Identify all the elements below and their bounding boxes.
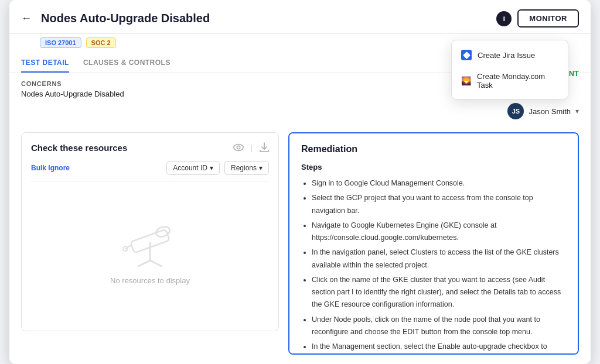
regions-filter[interactable]: Regions ▾ xyxy=(224,161,269,175)
tab-clauses-controls[interactable]: CLAUSES & CONTROLS xyxy=(83,54,171,73)
steps-label: Steps xyxy=(301,163,566,171)
remediation-title: Remediation xyxy=(301,144,566,154)
step-5: Click on the name of the GKE cluster tha… xyxy=(312,274,566,311)
step-3: Navigate to Google Kubernetes Engine (GK… xyxy=(312,219,566,245)
svg-line-2 xyxy=(138,260,150,266)
vertical-divider: | xyxy=(251,143,253,152)
step-4: In the navigation panel, select Clusters… xyxy=(312,246,566,272)
step-2: Select the GCP project that you want to … xyxy=(312,192,566,217)
jira-diamond-shape xyxy=(463,51,471,59)
header: ← Nodes Auto-Upgrade Disabled i MONITOR … xyxy=(9,0,591,34)
tab-test-detail[interactable]: TEST DETAIL xyxy=(21,54,69,73)
assigned-row: JS Jason Smith ▾ xyxy=(9,101,591,123)
resources-icons: | xyxy=(233,142,269,153)
resources-card: Check these resources | xyxy=(21,132,279,331)
step-6: Under Node pools, click on the name of t… xyxy=(312,314,566,339)
jira-icon xyxy=(461,50,472,60)
svg-point-1 xyxy=(237,146,240,149)
content-area: Check these resources | xyxy=(9,123,591,364)
account-id-chevron: ▾ xyxy=(210,164,213,172)
download-icon-button[interactable] xyxy=(260,142,269,153)
left-panel: Check these resources | xyxy=(21,132,279,355)
bulk-ignore-button[interactable]: Bulk Ignore xyxy=(31,164,70,172)
no-resources-text: No resources to display xyxy=(110,276,190,285)
create-monday-item[interactable]: 🌄 Create Monday.com Task xyxy=(452,66,568,95)
regions-chevron: ▾ xyxy=(259,164,262,172)
create-jira-item[interactable]: Create Jira Issue xyxy=(452,44,568,66)
assigned-name: Jason Smith xyxy=(529,107,571,116)
main-window: ← Nodes Auto-Upgrade Disabled i MONITOR … xyxy=(9,0,591,364)
telescope-illustration xyxy=(115,211,185,269)
separator-line xyxy=(31,181,269,181)
badges-row: ISO 27001 SOC 2 xyxy=(40,37,116,48)
assigned-info[interactable]: JS Jason Smith ▾ xyxy=(507,103,579,119)
monday-icon: 🌄 xyxy=(461,75,471,86)
filters-row: Bulk Ignore Account ID ▾ Regions ▾ xyxy=(31,161,269,175)
resources-title: Check these resources xyxy=(31,143,127,153)
svg-line-3 xyxy=(150,260,162,266)
empty-state: No resources to display xyxy=(31,193,269,291)
steps-list: Sign in to Google Cloud Management Conso… xyxy=(301,177,566,355)
create-monday-label: Create Monday.com Task xyxy=(477,72,558,90)
avatar: JS xyxy=(507,103,524,119)
step-1: Sign in to Google Cloud Management Conso… xyxy=(312,177,566,190)
info-button[interactable]: i xyxy=(496,11,512,26)
back-button[interactable]: ← xyxy=(21,12,32,25)
resources-header: Check these resources | xyxy=(31,142,269,153)
remediation-card: Remediation Steps Sign in to Google Clou… xyxy=(288,132,579,355)
page-title: Nodes Auto-Upgrade Disabled xyxy=(41,12,489,25)
filter-group: Account ID ▾ Regions ▾ xyxy=(166,161,269,175)
svg-point-0 xyxy=(234,145,243,151)
header-actions: i MONITOR Create Jira Issue 🌄 Create Mon… xyxy=(496,9,579,28)
chevron-down-icon: ▾ xyxy=(575,107,579,115)
right-panel: Remediation Steps Sign in to Google Clou… xyxy=(288,132,579,355)
soc-badge: SOC 2 xyxy=(86,37,116,48)
step-7: In the Management section, select the En… xyxy=(312,341,566,355)
monitor-button[interactable]: MONITOR xyxy=(517,9,579,28)
eye-icon-button[interactable] xyxy=(233,143,244,152)
action-dropdown: Create Jira Issue 🌄 Create Monday.com Ta… xyxy=(451,40,568,99)
create-jira-label: Create Jira Issue xyxy=(478,51,535,60)
iso-badge: ISO 27001 xyxy=(40,37,81,48)
account-id-label: Account ID xyxy=(173,164,207,172)
regions-label: Regions xyxy=(231,164,257,172)
account-id-filter[interactable]: Account ID ▾ xyxy=(166,161,220,175)
